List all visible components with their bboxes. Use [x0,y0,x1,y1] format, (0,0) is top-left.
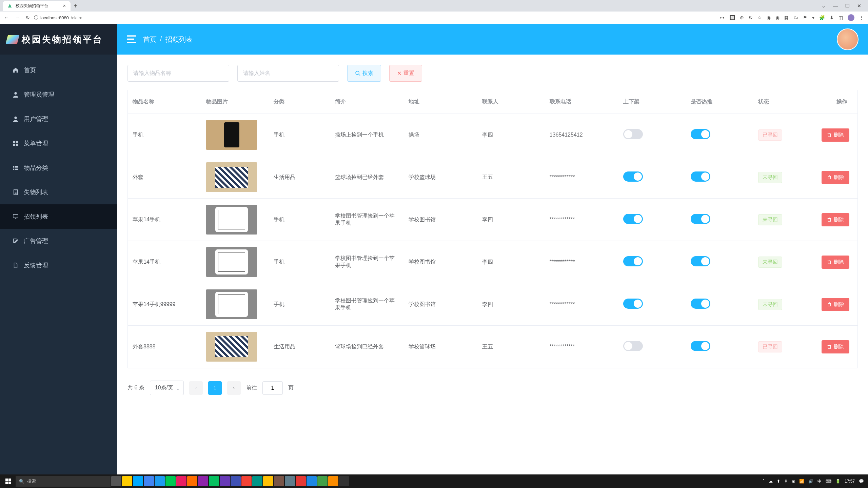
page-number-button[interactable]: 1 [208,381,222,395]
new-tab-button[interactable]: + [74,2,78,9]
taskbar-app-icon[interactable] [241,476,252,486]
tray-icon[interactable]: ⬇ [784,479,788,484]
tray-icon[interactable]: ⌨ [826,479,831,484]
item-image[interactable] [206,162,257,192]
forward-icon[interactable]: → [15,15,20,20]
menu-icon[interactable]: ⋮ [859,15,864,20]
item-image[interactable] [206,247,257,277]
ext-icon[interactable]: 🗂 [793,15,798,20]
taskbar-app-icon[interactable] [339,476,349,486]
taskbar-app-icon[interactable] [285,476,295,486]
sidebar-item[interactable]: 反馈管理 [0,253,117,278]
tray-icon[interactable]: 📶 [799,479,804,484]
back-icon[interactable]: ← [4,15,9,20]
taskbar-app-icon[interactable] [187,476,197,486]
updown-switch[interactable] [623,129,643,139]
delete-button[interactable]: 删除 [822,128,849,142]
updown-switch[interactable] [623,341,643,351]
taskbar-app-icon[interactable] [263,476,273,486]
window-close-icon[interactable]: ✕ [857,3,861,8]
ext-icon[interactable]: 🧩 [819,15,825,20]
page-size-select[interactable]: 10条/页 ⌄ [150,381,184,395]
taskbar-app-icon[interactable] [317,476,328,486]
taskbar-app-icon[interactable] [133,476,143,486]
sidebar-item[interactable]: 广告管理 [0,229,117,253]
window-minimize-icon[interactable]: — [833,3,838,8]
taskbar-app-icon[interactable] [198,476,208,486]
delete-button[interactable]: 删除 [822,213,849,226]
taskbar-app-icon[interactable] [328,476,338,486]
updown-switch[interactable] [623,214,643,224]
ext-icon[interactable]: ◫ [839,15,843,20]
hot-switch[interactable] [691,256,710,266]
delete-button[interactable]: 删除 [822,256,849,269]
taskbar-app-icon[interactable] [274,476,284,486]
sidebar-item[interactable]: 首页 [0,58,117,82]
hot-switch[interactable] [691,214,710,224]
taskbar-app-icon[interactable] [252,476,262,486]
item-image[interactable] [206,205,257,235]
window-dropdown-icon[interactable]: ⌄ [822,3,826,8]
hot-switch[interactable] [691,171,710,182]
taskbar-app-icon[interactable] [155,476,165,486]
taskbar-app-icon[interactable] [144,476,154,486]
taskbar-app-icon[interactable] [111,476,121,486]
taskbar-app-icon[interactable] [307,476,317,486]
hamburger-icon[interactable] [127,35,136,43]
logo[interactable]: 校园失物招领平台 [0,24,117,55]
start-button[interactable] [1,474,15,488]
close-icon[interactable]: × [63,3,66,8]
ext-icon[interactable]: ▦ [784,15,789,20]
ext-icon[interactable]: ⊕ [740,15,744,20]
contact-name-input[interactable] [237,65,339,82]
notification-icon[interactable]: 💬 [859,479,864,484]
url-input[interactable]: ⓘ localhost:8080/claim [34,15,716,21]
taskbar-app-icon[interactable] [296,476,306,486]
sidebar-item[interactable]: 菜单管理 [0,131,117,156]
tray-ime[interactable]: 中 [817,479,822,484]
taskbar-search[interactable]: 🔍 搜索 [16,476,111,487]
tray-icon[interactable]: 🔋 [835,479,841,484]
prev-page-button[interactable]: ‹ [189,381,203,395]
ext-icon[interactable]: ⬇ [830,15,834,20]
ext-icon[interactable]: ↻ [749,15,753,20]
delete-button[interactable]: 删除 [822,298,849,311]
taskbar-app-icon[interactable] [231,476,241,486]
hot-switch[interactable] [691,299,710,309]
updown-switch[interactable] [623,256,643,266]
taskbar-app-icon[interactable] [209,476,219,486]
ext-icon[interactable]: ◉ [767,15,771,20]
updown-switch[interactable] [623,299,643,309]
ext-icon[interactable]: ⚑ [803,15,807,20]
ext-icon[interactable]: ☆ [757,15,762,20]
hot-switch[interactable] [691,341,710,351]
ext-icon[interactable]: ⊶ [720,15,725,20]
item-image[interactable] [206,289,257,319]
ext-icon[interactable]: ▾ [812,15,814,20]
goto-page-input[interactable] [262,381,283,395]
tray-icon[interactable]: ◉ [792,479,795,484]
reset-button[interactable]: ✕ 重置 [389,65,422,82]
item-image[interactable] [206,332,257,362]
tray-icon[interactable]: ⬆ [777,479,780,484]
search-button[interactable]: 搜索 [347,65,381,82]
reload-icon[interactable]: ↻ [26,15,30,20]
ext-icon[interactable]: ◉ [775,15,780,20]
next-page-button[interactable]: › [227,381,241,395]
sidebar-item[interactable]: 用户管理 [0,107,117,131]
item-name-input[interactable] [127,65,229,82]
tray-icon[interactable]: ☁ [769,479,773,484]
sidebar-item[interactable]: 失物列表 [0,180,117,204]
profile-icon[interactable] [848,14,854,21]
browser-tab[interactable]: 校园失物招领平台 × [3,1,71,11]
tray-icon[interactable]: 🔊 [808,479,813,484]
tray-icon[interactable]: ˄ [763,479,765,484]
item-image[interactable] [206,120,257,150]
window-maximize-icon[interactable]: ❐ [845,3,850,8]
sidebar-item[interactable]: 管理员管理 [0,82,117,107]
avatar[interactable] [837,28,859,50]
sidebar-item[interactable]: 招领列表 [0,204,117,229]
updown-switch[interactable] [623,171,643,182]
delete-button[interactable]: 删除 [822,340,849,353]
delete-button[interactable]: 删除 [822,171,849,184]
